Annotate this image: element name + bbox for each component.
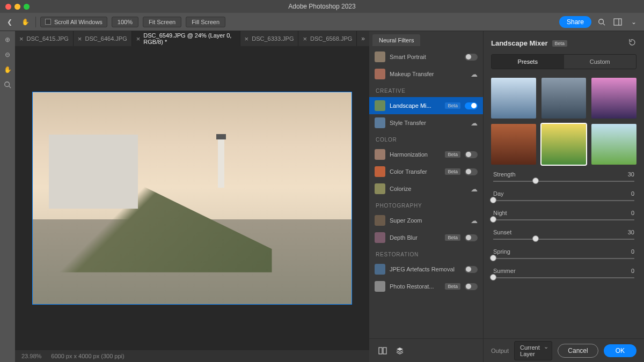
workspace-switcher-icon[interactable] [612, 16, 624, 28]
filter-item[interactable]: HarmonizationBeta [369, 146, 483, 163]
fill-screen-button[interactable]: Fill Screen [186, 17, 225, 27]
hand-tool-icon[interactable]: ✋ [19, 16, 31, 28]
slider-day: Day0 [493, 190, 634, 201]
document-canvas[interactable] [32, 92, 352, 305]
preset-thumbnail[interactable] [591, 78, 636, 119]
document-tab[interactable]: ×DSC_6415.JPG [15, 31, 74, 46]
back-button[interactable]: ❮ [4, 17, 15, 27]
options-bar: ❮ ✋ Scroll All Windows 100% Fit Screen F… [0, 13, 644, 31]
filter-toggle[interactable] [465, 283, 478, 290]
filter-item[interactable]: Makeup Transfer☁ [369, 65, 483, 83]
filter-item[interactable]: JPEG Artefacts Removal [369, 261, 483, 278]
maximize-window-icon[interactable] [24, 4, 30, 10]
filter-thumbnail [375, 117, 385, 128]
close-tab-icon[interactable]: × [245, 35, 249, 43]
preset-thumbnail[interactable] [541, 78, 587, 119]
download-icon[interactable]: ☁ [471, 70, 478, 78]
zoom-out-tool[interactable]: ⊖ [2, 49, 13, 60]
slider-value: 30 [628, 229, 634, 235]
slider-track[interactable] [493, 219, 634, 220]
document-tab[interactable]: ×DSC_6568.JPG [298, 31, 357, 46]
neural-filters-tab[interactable]: Neural Filters [372, 34, 420, 46]
slider-track[interactable] [493, 258, 634, 259]
filter-thumbnail [375, 149, 385, 160]
slider-thumb[interactable] [490, 197, 496, 203]
zoom-tool[interactable] [2, 79, 13, 90]
document-tab[interactable]: ×DSC_6333.JPG [240, 31, 299, 46]
filter-item[interactable]: Depth BlurBeta [369, 229, 483, 246]
filter-item[interactable]: Smart Portrait [369, 48, 483, 65]
output-select[interactable]: Current Layer [514, 341, 552, 360]
zoom-in-tool[interactable]: ⊕ [2, 34, 13, 45]
slider-track[interactable] [493, 200, 634, 201]
filter-toggle[interactable] [465, 266, 478, 273]
share-button[interactable]: Share [559, 16, 591, 28]
preset-thumbnail[interactable] [541, 124, 587, 165]
download-icon[interactable]: ☁ [471, 119, 478, 127]
slider-thumb[interactable] [490, 274, 496, 280]
slider-thumb[interactable] [490, 216, 496, 223]
custom-tab[interactable]: Custom [564, 55, 636, 69]
filter-toggle[interactable] [465, 234, 478, 241]
slider-track[interactable] [493, 181, 634, 182]
tabs-overflow-icon[interactable]: » [357, 31, 369, 46]
zoom-level-button[interactable]: 100% [112, 17, 138, 27]
filter-label: Harmonization [390, 151, 441, 158]
hand-tool[interactable]: ✋ [2, 64, 13, 75]
slider-label: Day [493, 190, 504, 197]
filter-toggle[interactable] [465, 168, 478, 175]
close-window-icon[interactable] [5, 4, 11, 10]
layers-icon[interactable] [394, 345, 406, 357]
slider-track[interactable] [493, 277, 634, 278]
document-tab[interactable]: ×DSC_6549.JPG @ 24% (Layer 0, RGB/8) * [132, 31, 240, 46]
document-tab[interactable]: ×DSC_6464.JPG [74, 31, 132, 46]
slider-value: 0 [631, 210, 634, 216]
slider-track[interactable] [493, 239, 634, 240]
filter-item[interactable]: Super Zoom☁ [369, 212, 483, 229]
filter-label: Color Transfer [390, 168, 441, 175]
slider-thumb[interactable] [532, 178, 539, 184]
close-tab-icon[interactable]: × [303, 35, 307, 43]
compare-icon[interactable] [377, 345, 389, 357]
chevron-down-icon[interactable]: ⌄ [628, 16, 640, 28]
svg-rect-2 [614, 19, 621, 25]
filter-item[interactable]: Color TransferBeta [369, 163, 483, 180]
filter-item[interactable]: Landscape Mi...Beta [369, 97, 483, 114]
slider-thumb[interactable] [532, 235, 539, 242]
search-icon[interactable] [596, 16, 608, 28]
slider-value: 30 [628, 171, 634, 178]
window-controls [0, 4, 30, 10]
filter-item[interactable]: Colorize☁ [369, 180, 483, 197]
download-icon[interactable]: ☁ [471, 185, 478, 193]
beta-badge: Beta [445, 283, 460, 290]
filter-item[interactable]: Style Transfer☁ [369, 114, 483, 131]
ok-button[interactable]: OK [604, 344, 636, 357]
close-tab-icon[interactable]: × [78, 35, 82, 43]
status-bar: 23.98% 6000 px x 4000 px (300 ppi) [15, 350, 369, 362]
scroll-all-windows-checkbox[interactable]: Scroll All Windows [40, 17, 107, 27]
preset-thumbnail[interactable] [491, 124, 536, 165]
fit-screen-button[interactable]: Fit Screen [143, 17, 181, 27]
presets-custom-segmented: Presets Custom [491, 54, 636, 69]
close-tab-icon[interactable]: × [19, 35, 24, 43]
presets-tab[interactable]: Presets [492, 55, 564, 69]
filter-item[interactable]: Photo Restorat...Beta [369, 278, 483, 295]
filter-toggle[interactable] [465, 151, 478, 158]
window-title: Adobe Photoshop 2023 [288, 3, 355, 10]
reset-icon[interactable] [628, 39, 636, 48]
close-tab-icon[interactable]: × [136, 35, 141, 43]
download-icon[interactable]: ☁ [471, 217, 478, 225]
filter-list[interactable]: Smart PortraitMakeup Transfer☁CREATIVELa… [369, 46, 483, 338]
filter-toggle[interactable] [465, 54, 478, 61]
preset-thumbnail[interactable] [491, 78, 536, 119]
filter-toggle[interactable] [465, 102, 478, 109]
minimize-window-icon[interactable] [14, 4, 20, 10]
filter-thumbnail [375, 264, 385, 275]
preset-thumbnail[interactable] [591, 124, 636, 165]
cancel-button[interactable]: Cancel [558, 344, 598, 358]
slider-thumb[interactable] [490, 255, 496, 261]
filter-label: Style Transfer [390, 120, 466, 126]
filter-category-header: CREATIVE [369, 83, 483, 97]
neural-filters-panel: Neural Filters Smart PortraitMakeup Tran… [369, 31, 483, 362]
checkbox-icon [45, 19, 51, 25]
